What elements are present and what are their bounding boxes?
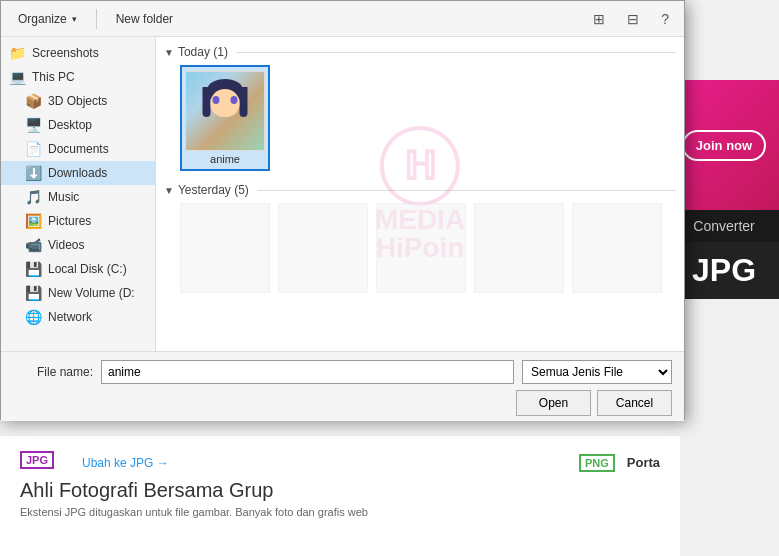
pictures-icon: 🖼️: [25, 213, 42, 229]
file-item-blur-3: [376, 203, 466, 293]
pc-icon: 💻: [9, 69, 26, 85]
filetype-select[interactable]: Semua Jenis File JPG Files PNG Files All…: [522, 360, 672, 384]
folder-icon: 📁: [9, 45, 26, 61]
sidebar-item-label: Desktop: [48, 118, 92, 132]
sidebar-item-desktop[interactable]: 🖥️ Desktop: [1, 113, 155, 137]
group-collapse-arrow[interactable]: ▼: [164, 47, 174, 58]
organize-label: Organize: [18, 12, 67, 26]
sidebar-item-label: Videos: [48, 238, 84, 252]
music-icon: 🎵: [25, 189, 42, 205]
folder-icon: 📄: [25, 141, 42, 157]
toolbar-separator-1: [96, 9, 97, 29]
sidebar-item-this-pc[interactable]: 💻 This PC: [1, 65, 155, 89]
join-now-banner: Join now: [669, 80, 779, 210]
group-divider-yesterday: [257, 190, 676, 191]
hair-side-right: [240, 87, 248, 117]
sidebar-item-downloads[interactable]: ⬇️ Downloads: [1, 161, 155, 185]
sidebar-item-local-disk-c[interactable]: 💾 Local Disk (C:): [1, 257, 155, 281]
folder-icon: 📦: [25, 93, 42, 109]
converter-label: Converter: [669, 210, 779, 242]
network-icon: 🌐: [25, 309, 42, 325]
hair-side-left: [203, 87, 211, 117]
help-button[interactable]: ?: [654, 7, 676, 31]
group-collapse-arrow-yesterday[interactable]: ▼: [164, 185, 174, 196]
file-item-blur-1: [180, 203, 270, 293]
sidebar-item-pictures[interactable]: 🖼️ Pictures: [1, 209, 155, 233]
drive-icon: 💾: [25, 285, 42, 301]
sidebar-item-new-volume-d[interactable]: 💾 New Volume (D:: [1, 281, 155, 305]
eye-left: [213, 96, 220, 104]
portal-label: Porta: [627, 455, 660, 470]
sidebar-item-label: Local Disk (C:): [48, 262, 127, 276]
group-label-yesterday: Yesterday (5): [178, 183, 249, 197]
organize-dropdown-arrow: ▾: [72, 14, 77, 24]
group-divider: [236, 52, 676, 53]
format-label: JPG: [669, 242, 779, 299]
anime-face: [203, 79, 248, 134]
file-grid-today: anime: [164, 65, 676, 171]
file-item-blur-2: [278, 203, 368, 293]
download-icon: ⬇️: [25, 165, 42, 181]
group-header-yesterday: ▼ Yesterday (5): [164, 183, 676, 197]
file-thumbnail-anime: [185, 71, 265, 151]
eye-right: [231, 96, 238, 104]
sidebar-item-documents[interactable]: 📄 Documents: [1, 137, 155, 161]
organize-button[interactable]: Organize ▾: [9, 8, 86, 30]
filename-input[interactable]: [101, 360, 514, 384]
view-toggle-button[interactable]: ⊞: [586, 7, 612, 31]
filename-label: File name:: [13, 365, 93, 379]
sidebar-item-videos[interactable]: 📹 Videos: [1, 233, 155, 257]
group-label-today: Today (1): [178, 45, 228, 59]
file-grid-yesterday: [164, 203, 676, 293]
filename-row: File name: Semua Jenis File JPG Files PN…: [13, 360, 672, 384]
group-header-today: ▼ Today (1): [164, 45, 676, 59]
sidebar-item-label: This PC: [32, 70, 75, 84]
sidebar-item-screenshots[interactable]: 📁 Screenshots: [1, 41, 155, 65]
sidebar-item-label: 3D Objects: [48, 94, 107, 108]
convert-link[interactable]: Ubah ke JPG →: [82, 456, 169, 470]
folder-icon: 🖥️: [25, 117, 42, 133]
view-split-button[interactable]: ⊟: [620, 7, 646, 31]
sidebar-item-label: Music: [48, 190, 79, 204]
sidebar-item-label: Pictures: [48, 214, 91, 228]
dialog-toolbar: Organize ▾ New folder ⊞ ⊟ ?: [1, 1, 684, 37]
videos-icon: 📹: [25, 237, 42, 253]
file-dialog: Organize ▾ New folder ⊞ ⊟ ? 📁 Screenshot…: [0, 0, 685, 420]
sidebar-item-label: Downloads: [48, 166, 107, 180]
join-now-button[interactable]: Join now: [682, 130, 766, 161]
png-badge: PNG: [579, 454, 615, 472]
cancel-button[interactable]: Cancel: [597, 390, 672, 416]
sidebar-item-3d-objects[interactable]: 📦 3D Objects: [1, 89, 155, 113]
anime-image: [186, 71, 264, 151]
dialog-main: ℍ MEDIA HiPoin ▼ Today (1): [156, 37, 684, 351]
dialog-sidebar: 📁 Screenshots 💻 This PC 📦 3D Objects 🖥️ …: [1, 37, 156, 351]
button-row: Open Cancel: [13, 390, 672, 416]
sidebar-item-label: Screenshots: [32, 46, 99, 60]
file-item-blur-5: [572, 203, 662, 293]
bottom-title: Ahli Fotografi Bersama Grup: [20, 479, 660, 502]
bottom-desc: Ekstensi JPG ditugaskan untuk file gamba…: [20, 506, 660, 518]
right-panel: Join now Converter JPG: [669, 0, 779, 556]
dialog-footer: File name: Semua Jenis File JPG Files PN…: [1, 351, 684, 421]
dialog-body: 📁 Screenshots 💻 This PC 📦 3D Objects 🖥️ …: [1, 37, 684, 351]
jpg-badge: JPG: [20, 451, 54, 469]
file-name: anime: [210, 153, 240, 165]
open-button[interactable]: Open: [516, 390, 591, 416]
new-folder-label: New folder: [116, 12, 173, 26]
dialog-buttons: Open Cancel: [516, 390, 672, 416]
new-folder-button[interactable]: New folder: [107, 8, 182, 30]
sidebar-item-label: Documents: [48, 142, 109, 156]
file-item-blur-4: [474, 203, 564, 293]
sidebar-item-network[interactable]: 🌐 Network: [1, 305, 155, 329]
file-item-anime[interactable]: anime: [180, 65, 270, 171]
sidebar-item-label: Network: [48, 310, 92, 324]
bottom-content: JPG Ubah ke JPG → PNG Porta Ahli Fotogra…: [0, 436, 680, 556]
drive-icon: 💾: [25, 261, 42, 277]
sidebar-item-label: New Volume (D:: [48, 286, 135, 300]
sidebar-item-music[interactable]: 🎵 Music: [1, 185, 155, 209]
